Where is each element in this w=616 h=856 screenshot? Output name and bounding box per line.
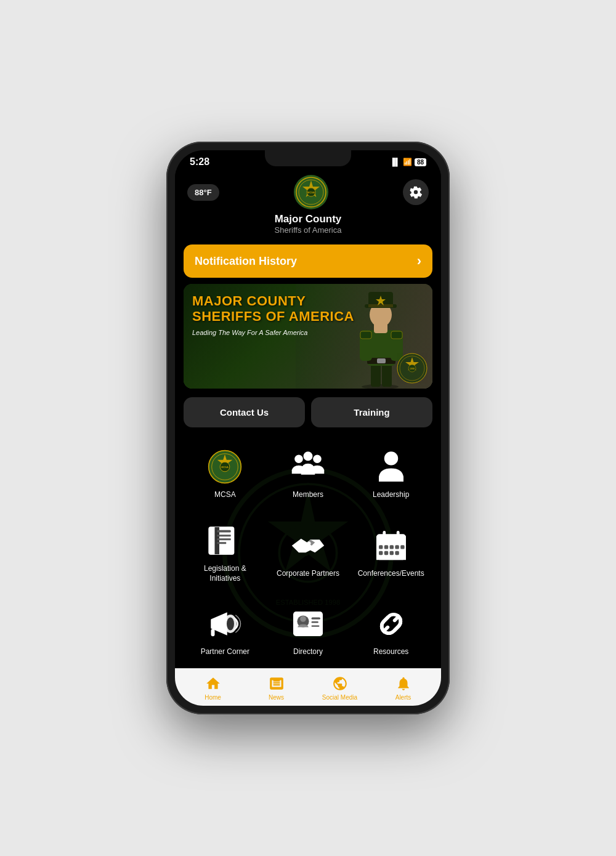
- corporate-partners-label: Corporate Partners: [277, 569, 339, 579]
- partner-corner-label: Partner Corner: [201, 647, 249, 657]
- leadership-label: Leadership: [373, 490, 409, 500]
- nav-item-social-media[interactable]: Social Media: [308, 675, 371, 701]
- members-icon: [290, 448, 326, 485]
- handshake-icon: [290, 528, 326, 563]
- svg-rect-10: [377, 358, 386, 363]
- svg-text:MCSA: MCSA: [222, 466, 229, 469]
- partner-corner-icon: [206, 605, 243, 642]
- menu-item-leadership[interactable]: Leadership: [349, 437, 432, 511]
- person-icon: [376, 450, 407, 484]
- nav-item-news[interactable]: News: [245, 675, 308, 701]
- svg-rect-44: [217, 535, 232, 536]
- menu-item-resources[interactable]: Resources: [349, 594, 432, 668]
- training-button[interactable]: Training: [311, 397, 432, 427]
- link-icon: [374, 607, 408, 641]
- header-top-row: 88°F MCSA: [187, 175, 429, 209]
- svg-rect-67: [211, 629, 215, 636]
- svg-rect-72: [312, 621, 318, 623]
- menu-item-mcsa[interactable]: MCSA MCSA: [184, 437, 267, 511]
- svg-rect-43: [217, 530, 232, 533]
- menu-grid-container: MCSA ESTABLISHED 1998 MCSA: [184, 437, 432, 668]
- svg-rect-63: [396, 531, 399, 538]
- hero-content: MAJOR COUNTY SHERIFFS OF AMERICA Leading…: [192, 294, 354, 336]
- members-label: Members: [293, 490, 323, 500]
- news-nav-label: News: [269, 694, 284, 701]
- bottom-nav: Home News Social: [175, 668, 441, 706]
- group-icon: [290, 450, 326, 484]
- app-screen: 88°F MCSA: [175, 170, 441, 706]
- contact-card-icon: [291, 607, 325, 641]
- alerts-nav-icon: [395, 675, 412, 692]
- svg-rect-51: [376, 540, 406, 543]
- hero-title-line2: SHERIFFS OF AMERICA: [192, 309, 354, 324]
- contact-us-button[interactable]: Contact Us: [184, 397, 305, 427]
- svg-rect-17: [368, 304, 393, 307]
- status-time: 5:28: [190, 156, 209, 168]
- newspaper-icon: [206, 523, 243, 558]
- chevron-right-icon: ›: [417, 253, 421, 269]
- phone-notch: [265, 150, 351, 166]
- svg-rect-64: [211, 620, 216, 629]
- svg-point-37: [294, 455, 303, 464]
- menu-item-legislation[interactable]: Legislation & Initiatives: [184, 511, 267, 594]
- news-icon: [269, 676, 285, 692]
- svg-rect-58: [379, 551, 383, 555]
- directory-icon: [290, 605, 326, 642]
- svg-point-38: [313, 455, 322, 464]
- menu-item-members[interactable]: Members: [267, 437, 350, 511]
- weather-badge: 88°F: [187, 184, 219, 201]
- hero-title-line1: MAJOR COUNTY: [192, 294, 354, 309]
- social-media-nav-label: Social Media: [322, 694, 357, 701]
- mcsa-label: MCSA: [214, 490, 236, 500]
- svg-rect-45: [217, 538, 232, 540]
- gear-icon: [409, 185, 423, 199]
- resources-icon: [373, 605, 410, 642]
- hero-seal: 1998: [397, 353, 428, 384]
- legislation-icon: [206, 522, 243, 559]
- svg-rect-46: [217, 542, 227, 544]
- menu-item-directory[interactable]: Directory: [267, 594, 350, 668]
- svg-rect-73: [312, 626, 320, 627]
- status-icons: ▐▌ 📶 88: [390, 158, 426, 166]
- megaphone-icon: [206, 607, 243, 641]
- svg-rect-20: [391, 331, 402, 339]
- svg-rect-54: [384, 545, 387, 549]
- conferences-icon: [373, 527, 410, 564]
- menu-grid: MCSA MCSA: [184, 437, 432, 668]
- svg-rect-57: [400, 545, 404, 549]
- svg-rect-61: [395, 551, 399, 555]
- app-logo: MCSA: [294, 175, 328, 209]
- alerts-nav-label: Alerts: [395, 694, 411, 701]
- phone-screen: 5:28 ▐▌ 📶 88 88°F: [175, 150, 441, 706]
- svg-rect-71: [312, 618, 320, 620]
- wifi-icon: 📶: [403, 158, 412, 166]
- mcsa-icon: MCSA: [206, 448, 243, 485]
- home-nav-icon: [205, 675, 222, 692]
- home-nav-label: Home: [205, 694, 221, 701]
- globe-icon: [332, 676, 348, 692]
- nav-item-alerts[interactable]: Alerts: [371, 675, 435, 701]
- menu-item-conferences[interactable]: Conferences/Events: [349, 511, 432, 594]
- leadership-icon: [373, 448, 410, 485]
- notification-banner[interactable]: Notification History ›: [184, 244, 432, 278]
- svg-rect-56: [395, 545, 399, 549]
- phone-frame: 5:28 ▐▌ 📶 88 88°F: [166, 142, 450, 714]
- svg-rect-62: [383, 531, 386, 538]
- nav-item-home[interactable]: Home: [181, 675, 245, 701]
- svg-rect-59: [384, 551, 387, 555]
- directory-label: Directory: [293, 647, 323, 657]
- menu-item-corporate-partners[interactable]: Corporate Partners: [267, 511, 350, 594]
- calendar-icon: [374, 528, 408, 563]
- settings-button[interactable]: [403, 179, 429, 205]
- social-media-nav-icon: [331, 675, 349, 692]
- logo-svg: MCSA: [296, 177, 326, 208]
- signal-icon: ▐▌: [390, 158, 400, 166]
- svg-rect-60: [389, 551, 393, 555]
- hero-banner: MAJOR COUNTY SHERIFFS OF AMERICA Leading…: [184, 284, 432, 389]
- svg-text:MCSA: MCSA: [307, 191, 315, 194]
- svg-rect-19: [360, 331, 371, 339]
- conferences-label: Conferences/Events: [358, 569, 424, 579]
- mcsa-seal-icon: MCSA: [208, 450, 242, 484]
- menu-item-partner-corner[interactable]: Partner Corner: [184, 594, 267, 668]
- notification-banner-text: Notification History: [195, 255, 297, 268]
